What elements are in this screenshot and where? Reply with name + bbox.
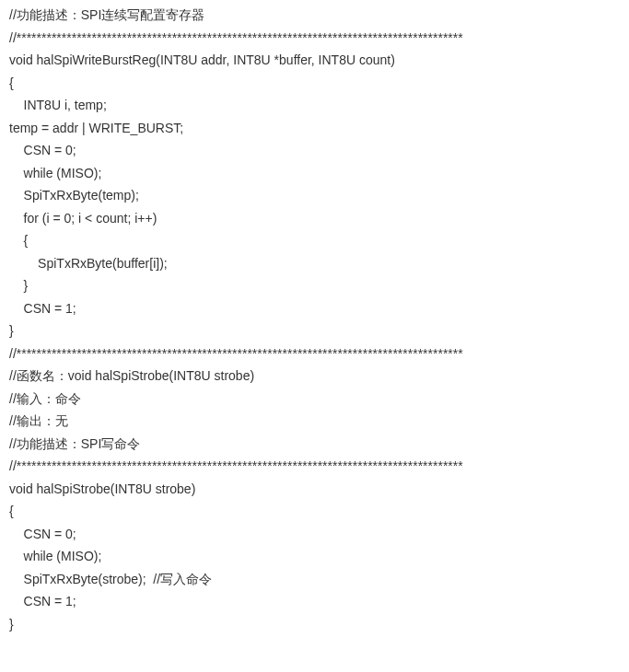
code-line: temp = addr | WRITE_BURST; bbox=[9, 117, 620, 140]
code-line: //函数名：void halSpiStrobe(INT8U strobe) bbox=[9, 365, 620, 388]
code-line: SpiTxRxByte(buffer[i]); bbox=[9, 252, 620, 275]
code-line: //**************************************… bbox=[9, 27, 620, 50]
code-line: //**************************************… bbox=[9, 342, 620, 365]
code-line: //功能描述：SPI写命令 bbox=[9, 433, 620, 456]
code-line: } bbox=[9, 319, 620, 342]
code-line: } bbox=[9, 274, 620, 297]
code-line: while (MISO); bbox=[9, 545, 620, 568]
code-line: for (i = 0; i < count; i++) bbox=[9, 207, 620, 230]
code-line: INT8U i, temp; bbox=[9, 94, 620, 117]
code-line: //输出：无 bbox=[9, 410, 620, 433]
code-line: //功能描述：SPI连续写配置寄存器 bbox=[9, 4, 620, 27]
code-line: { bbox=[9, 500, 620, 523]
code-line: CSN = 0; bbox=[9, 523, 620, 546]
code-line: void halSpiStrobe(INT8U strobe) bbox=[9, 478, 620, 501]
code-line: void halSpiWriteBurstReg(INT8U addr, INT… bbox=[9, 49, 620, 72]
code-line: //**************************************… bbox=[9, 455, 620, 478]
code-line: CSN = 1; bbox=[9, 590, 620, 613]
code-line: SpiTxRxByte(temp); bbox=[9, 184, 620, 207]
code-line: { bbox=[9, 229, 620, 252]
code-line: CSN = 0; bbox=[9, 139, 620, 162]
code-line: { bbox=[9, 72, 620, 95]
code-line: SpiTxRxByte(strobe); //写入命令 bbox=[9, 568, 620, 591]
code-line: //输入：命令 bbox=[9, 388, 620, 411]
code-line: CSN = 1; bbox=[9, 297, 620, 320]
code-line: while (MISO); bbox=[9, 162, 620, 185]
code-line: } bbox=[9, 613, 620, 636]
